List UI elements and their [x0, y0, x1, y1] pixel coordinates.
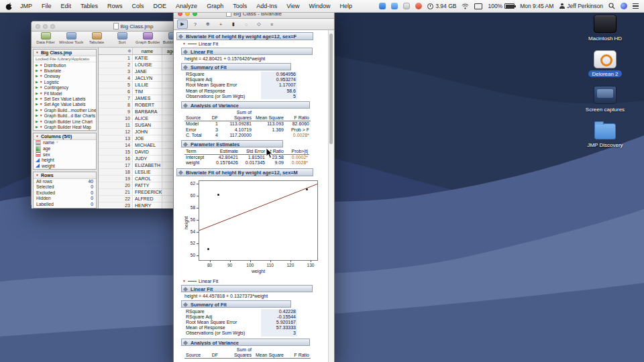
toolbar-button[interactable]: Sort [110, 32, 134, 44]
column-item[interactable]: weight [34, 163, 96, 169]
table-script-item[interactable]: ▶ ▼ Set Sex Value Labels [34, 96, 96, 101]
run-script-icon[interactable]: ▶ [36, 114, 38, 117]
outline-header-bivariate-m[interactable]: Bivariate Fit of height By weight age=12… [176, 168, 313, 176]
name-cell[interactable]: MICHAEL [133, 142, 162, 149]
row-number-cell[interactable]: 14 [99, 142, 133, 149]
apple-menu[interactable] [5, 2, 13, 11]
battery-status[interactable]: 100% [488, 3, 515, 9]
report-tool-button[interactable]: + [215, 19, 226, 29]
name-cell[interactable]: KATIE [133, 55, 162, 62]
table-script-item[interactable]: ▶ ▼ Set Age Value Labels [34, 102, 96, 107]
run-script-icon[interactable]: ▶ [36, 86, 38, 89]
row-number-cell[interactable]: 16 [99, 156, 133, 162]
name-cell[interactable]: TIM [133, 88, 162, 95]
menu-item[interactable]: JMP [15, 3, 37, 9]
menu-extra-app-icon[interactable] [403, 3, 410, 9]
row-number-cell[interactable]: 3 [99, 68, 133, 75]
desktop-icon[interactable]: JMP Discovery [574, 121, 636, 148]
row-number-cell[interactable]: 18 [99, 169, 133, 176]
red-triangle-icon[interactable]: ▼ [40, 125, 43, 129]
name-cell[interactable]: SUSAN [133, 122, 162, 129]
run-script-icon[interactable]: ▶ [36, 125, 38, 129]
menu-item[interactable]: Help [335, 3, 358, 9]
outline-header-linear-fit[interactable]: Linear Fit [181, 48, 313, 55]
menu-item[interactable]: View [282, 3, 304, 9]
row-number-cell[interactable]: 5 [99, 82, 133, 88]
run-script-icon[interactable]: ▶ [36, 97, 38, 101]
menu-item[interactable]: Graph [202, 3, 228, 9]
name-cell[interactable]: CAROL [133, 176, 162, 182]
menu-item[interactable]: DOE [149, 3, 172, 9]
columns-panel-header[interactable]: ▼Columns (5/0) [34, 133, 96, 140]
table-script-item[interactable]: ▶ ▼ Graph Build...moother Line [34, 107, 96, 113]
display-icon[interactable] [474, 3, 482, 9]
siri-icon[interactable] [621, 3, 627, 9]
data-point[interactable] [217, 194, 219, 196]
minimize-button[interactable] [43, 24, 48, 29]
row-number-cell[interactable]: 17 [99, 162, 133, 169]
column-item[interactable]: name * [34, 140, 96, 146]
menu-item[interactable]: File [37, 3, 56, 9]
report-tool-button[interactable]: ≡ [266, 19, 277, 29]
outline-header-summary-of-fit[interactable]: Summary of Fit [181, 63, 291, 70]
red-triangle-icon[interactable]: ▼ [40, 114, 43, 117]
row-number-cell[interactable]: 8 [99, 102, 133, 109]
run-script-icon[interactable]: ▶ [36, 80, 38, 84]
menu-item[interactable]: Edit [56, 3, 76, 9]
name-cell[interactable]: JUDY [133, 156, 162, 162]
spotlight-icon[interactable] [608, 3, 615, 9]
table-script-item[interactable]: ▶ ▼ Graph Builder Heat Map [34, 124, 96, 129]
name-cell[interactable]: HENRY [133, 202, 162, 208]
red-triangle-icon[interactable]: ▼ [36, 174, 39, 177]
menu-extra-app-icon[interactable] [391, 3, 398, 9]
name-cell[interactable]: LILLIE [133, 82, 162, 88]
menu-extra-app-icon[interactable] [415, 3, 422, 9]
file-panel-header[interactable]: ▼Big Class.jmp [34, 50, 96, 56]
name-cell[interactable]: BARBARA [133, 109, 162, 115]
outline-header-parameter-estimates[interactable]: Parameter Estimates [181, 140, 283, 147]
red-triangle-icon[interactable]: ▼ [40, 97, 43, 101]
table-script-item[interactable]: ▶ ▼ Logistic [34, 79, 96, 84]
table-script-item[interactable]: ▶ ▼ Bivariate [34, 68, 96, 73]
menu-item[interactable]: Window [305, 3, 335, 9]
name-cell[interactable]: PATTY [133, 182, 162, 189]
name-cell[interactable]: JOHN [133, 129, 162, 135]
wifi-icon[interactable] [462, 3, 469, 9]
column-type-icon[interactable] [36, 152, 41, 157]
toolbar-button[interactable]: Window Tools [59, 32, 83, 44]
row-number-cell[interactable]: 7 [99, 95, 133, 102]
red-triangle-icon[interactable]: ▼ [40, 74, 43, 78]
notification-center-icon[interactable] [633, 3, 639, 9]
plot-area[interactable] [199, 180, 318, 261]
row-number-cell[interactable]: 6 [99, 88, 133, 95]
name-cell[interactable]: LESLIE [133, 169, 162, 176]
column-type-icon[interactable] [36, 158, 40, 162]
name-cell[interactable]: ALFRED [133, 196, 162, 202]
name-cell[interactable]: ROBERT [133, 102, 162, 109]
name-cell[interactable]: ELIZABETH [133, 162, 162, 169]
red-triangle-icon[interactable]: ▼ [36, 135, 39, 138]
report-tool-button[interactable]: ▮ [228, 19, 239, 29]
name-cell[interactable]: JANE [133, 68, 162, 75]
menu-item[interactable]: Tools [228, 3, 252, 9]
name-cell[interactable]: JAMES [133, 95, 162, 102]
name-cell[interactable]: LOUISE [133, 62, 162, 68]
menu-item[interactable]: Cols [127, 3, 149, 9]
run-script-icon[interactable]: ▶ [36, 69, 38, 72]
report-tool-button[interactable]: ⊕ [203, 19, 213, 29]
column-type-icon[interactable] [36, 146, 41, 152]
column-item[interactable]: sex [34, 152, 96, 158]
name-cell[interactable]: JOE [133, 135, 162, 142]
red-triangle-icon[interactable]: ▼ [40, 86, 43, 89]
desktop-icon[interactable]: Screen captures [574, 86, 636, 113]
column-item[interactable]: height [34, 157, 96, 163]
menu-item[interactable]: Add-Ins [252, 3, 282, 9]
red-triangle-icon[interactable]: ▼ [40, 120, 43, 123]
row-number-cell[interactable]: 2 [99, 62, 133, 68]
red-triangle-icon[interactable]: ▼ [40, 109, 43, 112]
desktop-icon[interactable]: Macintosh HD [574, 15, 636, 42]
memory-status[interactable]: 3.94 GB [427, 3, 456, 9]
row-number-cell[interactable]: 21 [99, 189, 133, 196]
name-cell[interactable]: FREDERICK [133, 189, 162, 196]
name-cell[interactable]: JACLYN [133, 75, 162, 82]
